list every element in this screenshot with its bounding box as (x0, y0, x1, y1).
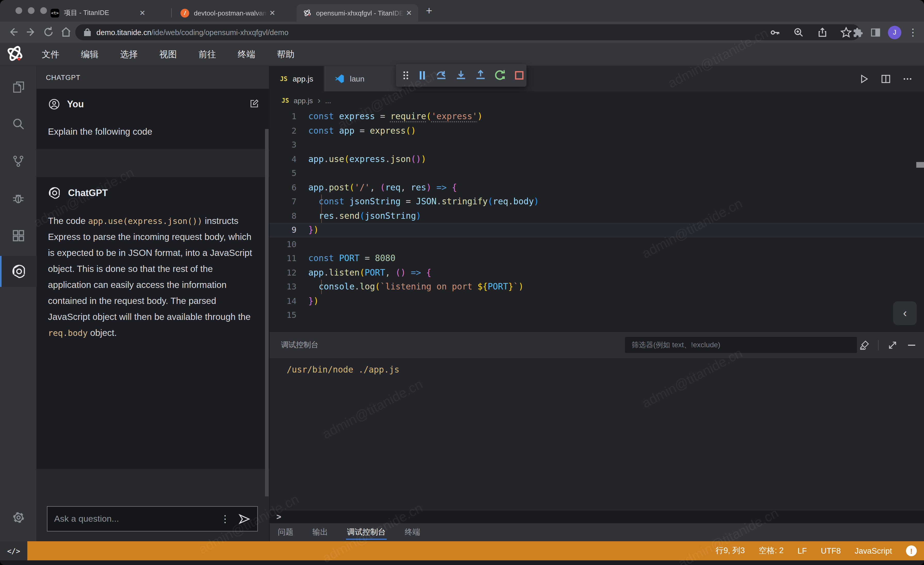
editor-scrollbar[interactable] (916, 162, 924, 168)
forward-icon[interactable] (25, 26, 37, 38)
sidebar-item-search[interactable] (0, 108, 37, 139)
menu-item-4[interactable]: 前往 (188, 48, 227, 60)
breadcrumb-more[interactable]: ... (325, 96, 331, 105)
remote-indicator[interactable]: </> (0, 541, 27, 560)
debug-console-prompt[interactable]: > (270, 510, 924, 523)
send-icon[interactable] (238, 512, 250, 525)
warning-badge[interactable]: ! (906, 545, 917, 556)
address-bar[interactable]: demo.titanide.cn/ide/web/coding/opensumi… (75, 24, 860, 40)
maximize-panel-icon[interactable] (887, 340, 898, 350)
step-into-icon[interactable] (455, 70, 467, 81)
code-text: console.log(`listening on port ${PORT}`) (308, 279, 524, 294)
pause-icon[interactable] (417, 70, 428, 81)
console-filter-input[interactable]: 筛选器(例如 text、!exclude) (625, 337, 857, 353)
gear-icon (11, 510, 26, 525)
status-item-2[interactable]: LF (798, 546, 807, 556)
browser-tab-1[interactable]: <t> 项目 - TitanIDE ✕ (44, 4, 152, 22)
run-icon[interactable] (859, 74, 869, 84)
minimize-window-button[interactable] (28, 7, 34, 14)
step-out-icon[interactable] (474, 70, 487, 81)
console-log-line: /usr/bin/node ./app.js (286, 365, 399, 374)
code-editor[interactable]: 1const express = require('express')2cons… (270, 110, 924, 322)
status-item-3[interactable]: UTF8 (821, 546, 841, 556)
status-item-0[interactable]: 行9, 列3 (716, 545, 745, 556)
close-tab-icon[interactable]: ✕ (406, 9, 412, 17)
panel-tab-2[interactable]: 调试控制台 (347, 523, 386, 541)
token: express (350, 154, 385, 164)
menu-item-3[interactable]: 视图 (148, 48, 188, 60)
chat-input[interactable]: Ask a question... ⋮ (47, 506, 258, 532)
sidebar-item-debug[interactable] (0, 183, 37, 213)
token: JSON (416, 197, 437, 206)
window-controls[interactable] (15, 7, 47, 14)
code-line: 6app.post('/', (req, res) => { (270, 180, 924, 195)
sidebar-item-explorer[interactable] (0, 71, 37, 102)
token: express (370, 126, 405, 135)
titanide-logo (6, 44, 24, 64)
reload-icon[interactable] (42, 26, 55, 38)
profile-avatar[interactable]: J (888, 26, 902, 39)
clear-console-icon[interactable] (859, 340, 869, 350)
share-icon[interactable] (817, 27, 828, 38)
more-actions-icon[interactable] (902, 74, 913, 84)
menu-item-6[interactable]: 帮助 (266, 48, 305, 60)
password-key-icon[interactable] (770, 27, 781, 38)
close-window-button[interactable] (15, 7, 22, 14)
line-number: 9 (270, 223, 308, 237)
editor-tab-launch[interactable]: laun (325, 66, 402, 91)
home-icon[interactable] (60, 26, 72, 38)
chat-options-icon[interactable]: ⋮ (220, 516, 230, 521)
edit-icon[interactable] (250, 99, 259, 108)
status-item-4[interactable]: JavaScript (855, 546, 892, 556)
collapse-right-icon[interactable]: ‹ (893, 301, 917, 325)
user-icon (48, 98, 60, 110)
drag-handle-icon[interactable] (402, 70, 410, 81)
extensions-puzzle-icon[interactable] (852, 27, 863, 38)
restart-icon[interactable] (494, 70, 506, 81)
chat-scrollbar[interactable] (265, 129, 268, 496)
token: () (406, 126, 416, 135)
indent-guide (321, 209, 322, 223)
token: . (354, 282, 360, 292)
menu-item-1[interactable]: 编辑 (70, 48, 110, 60)
ide-menubar: 文件编辑选择视图前往终端帮助 (0, 43, 924, 66)
chat-assistant-text: The code app.use(express.json()) instruc… (48, 213, 258, 341)
stop-icon[interactable] (514, 70, 525, 81)
menu-item-5[interactable]: 终端 (227, 48, 266, 60)
activity-bar (0, 66, 37, 541)
editor-tab-appjs[interactable]: JS app.js (270, 66, 324, 91)
browser-tab-2[interactable]: / devtool-postman-walvamdz - ✕ (174, 4, 282, 22)
menu-item-0[interactable]: 文件 (31, 48, 70, 60)
step-over-icon[interactable] (435, 70, 448, 81)
close-tab-icon[interactable]: ✕ (269, 9, 275, 17)
panel-tab-0[interactable]: 问题 (278, 523, 293, 541)
browser-menu-icon[interactable]: ⋮ (908, 30, 918, 35)
token: '/' (354, 182, 370, 192)
new-tab-button[interactable]: + (426, 5, 432, 17)
side-panel-icon[interactable] (870, 27, 881, 38)
browser-tab-3-active[interactable]: opensumi-xhxqfgvl - TitanIDE ✕ (297, 4, 418, 22)
sidebar-item-settings[interactable] (0, 502, 37, 533)
status-item-1[interactable]: 空格: 2 (759, 545, 783, 556)
openai-icon (11, 264, 27, 279)
back-icon[interactable] (7, 26, 20, 38)
zoom-icon[interactable] (793, 27, 804, 38)
close-tab-icon[interactable]: ✕ (140, 9, 146, 17)
token: post (329, 182, 350, 192)
breadcrumb[interactable]: JS app.js › ... (270, 91, 924, 110)
bookmark-star-icon[interactable] (840, 27, 852, 38)
sidebar-item-extensions[interactable] (0, 220, 37, 251)
code-text: }) (308, 223, 319, 237)
panel-tab-3[interactable]: 终端 (405, 523, 420, 541)
line-number: 5 (270, 166, 308, 180)
close-panel-icon[interactable] (906, 340, 917, 350)
breadcrumb-file[interactable]: app.js (294, 96, 313, 105)
panel-tab-1[interactable]: 输出 (312, 523, 328, 541)
token: ${ (477, 282, 488, 292)
token: app (339, 126, 354, 135)
sidebar-item-chatgpt[interactable] (0, 256, 37, 287)
menu-item-2[interactable]: 选择 (110, 48, 148, 60)
url-text[interactable]: demo.titanide.cn/ide/web/coding/opensumi… (96, 28, 770, 36)
sidebar-item-source-control[interactable] (0, 146, 37, 176)
split-editor-icon[interactable] (880, 74, 891, 84)
